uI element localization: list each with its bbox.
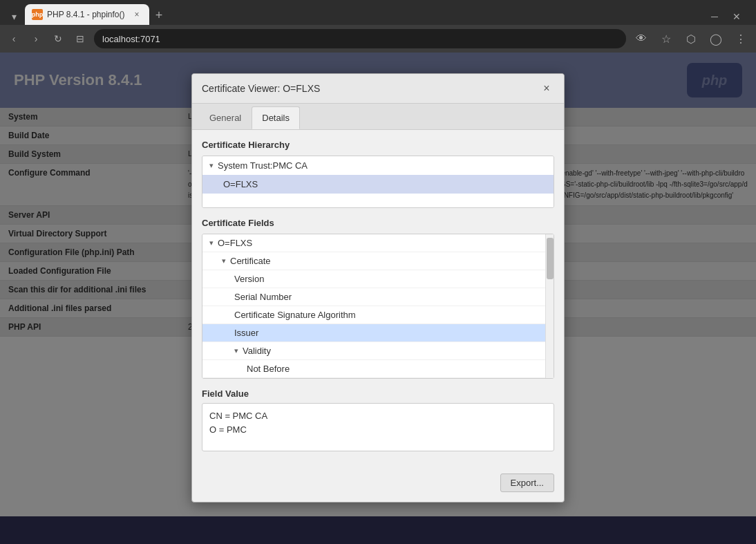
cert-hier-item-root[interactable]: ▾ System Trust:PMC CA: [202, 156, 554, 175]
chevron-down-icon: ▾: [209, 238, 214, 247]
cert-hierarchy-container: ▾ System Trust:PMC CA O=FLXS: [202, 156, 554, 208]
close-tab-button[interactable]: ×: [131, 9, 142, 20]
cert-fields-container: ▾ O=FLXS ▾ Certificate Version Serial Nu…: [202, 234, 554, 379]
address-bar-row: ‹ › ↻ ⊟ 👁 ☆ ⬡ ◯ ⋮: [0, 25, 756, 53]
cert-fields-title: Certificate Fields: [202, 218, 554, 228]
cert-field-label: Validity: [243, 346, 271, 356]
cert-field-sig-alg[interactable]: Certificate Signature Algorithm: [202, 306, 554, 324]
cert-hier-label-root: System Trust:PMC CA: [218, 160, 308, 171]
cert-field-serial[interactable]: Serial Number: [202, 288, 554, 306]
eye-button[interactable]: 👁: [632, 29, 651, 48]
back-button[interactable]: ‹: [6, 30, 22, 47]
scrollbar-track: [545, 234, 554, 378]
field-value-box: CN = PMC CA O = PMC: [202, 403, 554, 451]
certificate-viewer-modal: Certificate Viewer: O=FLXS × General Det…: [191, 73, 565, 503]
address-input[interactable]: [94, 29, 626, 48]
cert-fields-scroll[interactable]: ▾ O=FLXS ▾ Certificate Version Serial Nu…: [202, 234, 554, 378]
modal-title: Certificate Viewer: O=FLXS: [202, 83, 320, 94]
bookmark-button[interactable]: ☆: [656, 29, 676, 48]
chevron-down-icon: ▾: [234, 346, 238, 355]
tab-details[interactable]: Details: [252, 106, 300, 129]
cert-field-label: Certificate Signature Algorithm: [234, 310, 356, 320]
export-button[interactable]: Export...: [500, 473, 554, 492]
forward-button[interactable]: ›: [28, 30, 44, 47]
cert-field-label: O=FLXS: [218, 238, 252, 248]
scrollbar-thumb[interactable]: [547, 238, 554, 279]
extensions-button[interactable]: ⬡: [681, 29, 701, 48]
modal-title-bar: Certificate Viewer: O=FLXS ×: [192, 74, 564, 104]
cert-hier-item-leaf[interactable]: O=FLXS: [202, 175, 554, 194]
modal-tab-bar: General Details: [192, 104, 564, 130]
modal-body: Certificate Hierarchy ▾ System Trust:PMC…: [192, 130, 564, 468]
tune-button[interactable]: ⊟: [72, 30, 88, 47]
field-value-title: Field Value: [202, 388, 554, 399]
browser-tab[interactable]: php PHP 8.4.1 - phpinfo() ×: [25, 4, 149, 25]
cert-field-o-flxs[interactable]: ▾ O=FLXS: [202, 234, 554, 252]
field-value-line2: O = PMC: [209, 423, 547, 437]
cert-hierarchy-title: Certificate Hierarchy: [202, 140, 554, 150]
browser-chrome: ▾ php PHP 8.4.1 - phpinfo() × + ─ ✕ ‹ › …: [0, 0, 756, 53]
chevron-down-icon: ▾: [209, 161, 214, 170]
browser-tab-bar: ▾ php PHP 8.4.1 - phpinfo() × + ─ ✕: [0, 0, 756, 25]
cert-field-label: Not Before: [247, 364, 290, 374]
cert-field-label: Issuer: [234, 328, 258, 338]
back-icon: ‹: [12, 33, 16, 44]
close-window-button[interactable]: ✕: [728, 8, 745, 25]
modal-overlay: Certificate Viewer: O=FLXS × General Det…: [0, 53, 756, 516]
cert-hier-label-leaf: O=FLXS: [223, 179, 258, 189]
cert-hier-spacer: [202, 194, 554, 207]
account-button[interactable]: ◯: [706, 29, 726, 48]
reload-icon: ↻: [54, 33, 62, 44]
tab-general[interactable]: General: [199, 106, 252, 129]
cert-field-label: Serial Number: [234, 292, 292, 302]
menu-button[interactable]: ⋮: [731, 29, 750, 48]
cert-field-certificate[interactable]: ▾ Certificate: [202, 252, 554, 270]
page-content: PHP Version 8.4.1 php System Linux build…: [0, 53, 756, 516]
new-tab-button[interactable]: +: [149, 6, 169, 25]
field-value-line1: CN = PMC CA: [209, 409, 547, 423]
modal-close-button[interactable]: ×: [539, 81, 554, 96]
cert-field-version[interactable]: Version: [202, 270, 554, 288]
tab-title: PHP 8.4.1 - phpinfo(): [47, 10, 125, 19]
cert-field-validity[interactable]: ▾ Validity: [202, 342, 554, 360]
minimize-button[interactable]: ─: [706, 8, 723, 25]
tab-favicon: php: [32, 9, 43, 20]
page-back-btn: ▾: [6, 8, 22, 25]
cert-field-label: Version: [234, 274, 264, 284]
chevron-down-icon: ▾: [222, 256, 226, 265]
reload-button[interactable]: ↻: [50, 30, 66, 47]
cert-field-label: Certificate: [230, 256, 271, 266]
cert-field-issuer[interactable]: Issuer: [202, 324, 554, 342]
cert-field-not-before[interactable]: Not Before: [202, 360, 554, 378]
tune-icon: ⊟: [76, 33, 84, 44]
modal-footer: Export...: [192, 468, 564, 502]
forward-icon: ›: [35, 33, 38, 44]
dropdown-icon: ▾: [12, 11, 17, 22]
